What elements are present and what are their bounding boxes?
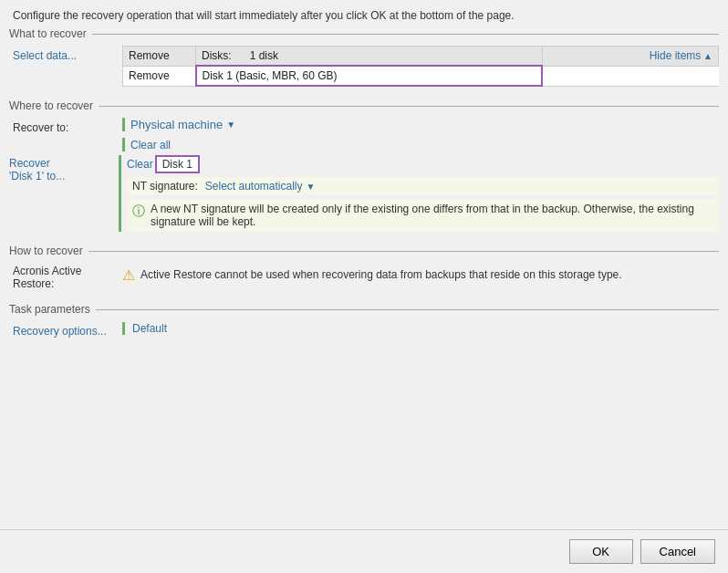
select-data-link[interactable]: Select data... — [13, 49, 77, 62]
physical-machine-arrow: ▼ — [226, 120, 235, 130]
select-automatically-label: Select automatically — [205, 180, 303, 193]
recover-disk1-line2: 'Disk 1' to... — [9, 170, 65, 182]
section-where-to-recover: Where to recover Recover to: Physical ma… — [9, 99, 719, 232]
recover-disk1-line1: Recover — [9, 157, 50, 170]
disk-row-remove: Remove — [123, 66, 196, 86]
section-divider-how — [88, 251, 719, 252]
section-title-what: What to recover — [9, 27, 92, 40]
physical-machine-label: Physical machine — [130, 118, 223, 131]
section-title-task: Task parameters — [9, 303, 96, 316]
nt-info-box: ⓘ A new NT signature will be created onl… — [127, 199, 719, 232]
disks-header: Disks: 1 disk — [196, 47, 543, 67]
recover-disk1-link[interactable]: Recover 'Disk 1' to... — [9, 157, 65, 182]
section-how-to-recover: How to recover Acronis Active Restore: ⚠… — [9, 245, 719, 290]
recover-table: Remove Disks: 1 disk Hide items Remove D… — [122, 46, 719, 87]
nt-info-text: A new NT signature will be created only … — [151, 203, 713, 228]
select-automatically-dropdown[interactable]: Select automatically ▼ — [205, 180, 316, 193]
section-divider-task — [96, 309, 719, 310]
clear-all-link[interactable]: Clear all — [130, 139, 171, 151]
cancel-button[interactable]: Cancel — [640, 539, 715, 564]
clear-disk-link[interactable]: Clear — [127, 158, 153, 171]
default-link[interactable]: Default — [122, 322, 167, 335]
section-divider-where — [99, 106, 719, 107]
nt-select-arrow: ▼ — [307, 182, 316, 192]
recover-to-label: Recover to: — [13, 118, 122, 134]
acronis-label: Acronis Active Restore: — [13, 263, 122, 290]
section-title-how: How to recover — [9, 245, 88, 257]
warning-row: ⚠ Active Restore cannot be used when rec… — [122, 263, 719, 287]
intro-text: Configure the recovery operation that wi… — [0, 0, 728, 27]
section-task-parameters: Task parameters Recovery options... Defa… — [9, 303, 719, 338]
recovery-options-link[interactable]: Recovery options... — [13, 325, 107, 338]
section-what-to-recover: What to recover Select data... Remove Di… — [9, 27, 719, 87]
nt-signature-label: NT signature: — [132, 180, 198, 193]
warning-text: Active Restore cannot be used when recov… — [140, 266, 622, 283]
hide-items-link[interactable]: Hide items — [650, 49, 712, 62]
bottom-bar: OK Cancel — [0, 529, 728, 573]
warning-icon: ⚠ — [122, 266, 135, 284]
remove-header: Remove — [123, 47, 196, 67]
ok-button[interactable]: OK — [569, 539, 633, 564]
section-title-where: Where to recover — [9, 99, 99, 112]
disk-row-name: Disk 1 (Basic, MBR, 60 GB) — [196, 66, 543, 86]
disk1-badge: Disk 1 — [155, 155, 200, 173]
physical-machine-button[interactable]: Physical machine ▼ — [130, 118, 235, 131]
info-icon: ⓘ — [132, 203, 145, 220]
section-divider-what — [92, 34, 719, 35]
